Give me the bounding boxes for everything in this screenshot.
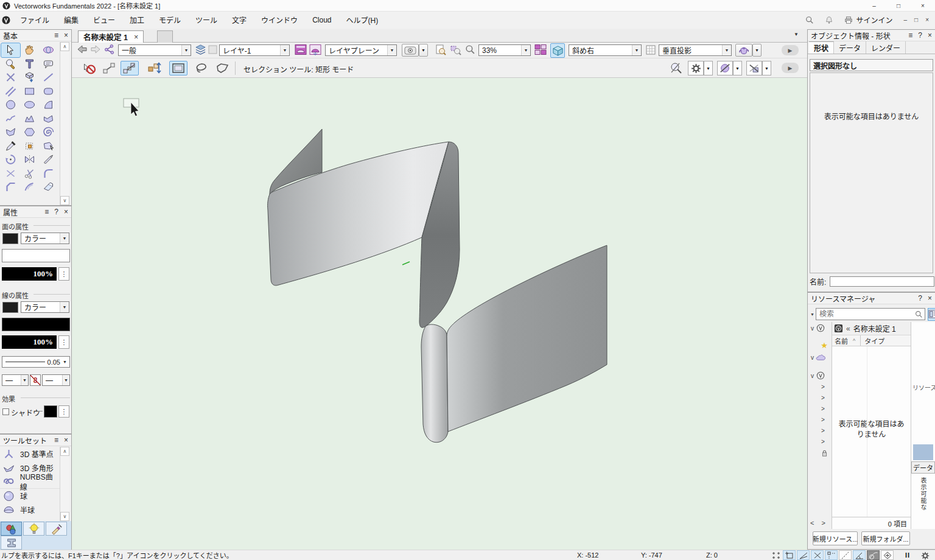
eraser-tool[interactable] [39,180,58,194]
working-plane-tool[interactable] [20,71,39,85]
marker-end-select[interactable]: —▼ [42,374,70,386]
create-saved-view-icon[interactable] [309,44,321,55]
3d-modeling-tab[interactable] [1,522,22,536]
document-tab[interactable]: 名称未設定 1 × [78,30,144,43]
line-opacity-bar[interactable]: 100% [2,335,57,349]
bell-icon[interactable] [825,16,833,24]
multiple-selection-icon[interactable] [121,61,139,75]
split-tool[interactable] [20,167,39,181]
breadcrumb-back-icon[interactable]: « [846,324,850,333]
tree-expanders[interactable]: > > > > > > [809,382,832,447]
tool-3d-locus[interactable]: 3D 基準点 [0,447,60,461]
tab-close-icon[interactable]: × [134,33,138,41]
tree-libraries[interactable]: v [809,369,832,382]
palette-menu-icon[interactable]: ≡ [54,32,58,39]
tab-render[interactable]: レンダー [866,41,906,54]
shadow-menu-icon[interactable]: ⋮ [58,405,69,418]
fillet-tool[interactable] [39,167,58,181]
settings-gear-icon[interactable] [688,61,704,75]
nav-left-icon[interactable]: < [810,519,814,527]
scroll-down-icon[interactable]: ∨ [60,196,69,205]
name-input[interactable] [830,276,934,287]
zoom-level-select[interactable]: 33%▼ [478,44,531,56]
double-line-tool[interactable] [1,85,20,99]
snap-loupe-icon[interactable] [667,61,685,75]
plane-override-dropdown-icon[interactable]: ▼ [762,61,771,75]
angle-bisector-snap-icon[interactable] [853,550,866,560]
prior-selection-icon[interactable] [101,61,118,75]
face-color-select[interactable]: カラー▼ [21,233,69,244]
expand-icon[interactable]: > [821,404,832,415]
render-override-dropdown-icon[interactable]: ▼ [733,61,742,75]
scroll-up-icon[interactable]: ∧ [60,42,69,51]
angle-snap-icon[interactable] [797,550,810,560]
pan-tool[interactable] [20,43,39,57]
attributes-titlebar[interactable]: 属性 ≡ ? × [0,206,71,218]
saved-view-icon[interactable] [295,44,307,55]
object-snap-icon[interactable] [783,550,796,560]
polyline-tool[interactable] [20,112,39,126]
new-resource-button[interactable]: 新規リソース... [813,531,858,545]
knife-tool[interactable] [39,153,58,167]
layer-select[interactable]: レイヤ-1▼ [219,44,290,56]
building-shell-tab[interactable] [1,536,22,550]
tree-favorites[interactable]: ★ [809,339,832,351]
search-icon[interactable] [805,16,814,24]
disable-interactive-icon[interactable] [80,61,97,75]
eye-view-icon[interactable] [402,44,419,57]
palette-close-icon[interactable]: × [64,436,68,444]
palette-menu-icon[interactable]: ≡ [44,208,49,215]
resource-manager-titlebar[interactable]: リソースマネージャ ? × [808,293,935,304]
menu-tools[interactable]: ツール [188,12,225,28]
column-type[interactable]: タイプ [860,335,884,346]
marker-disabled-icon[interactable]: 8 [30,374,41,386]
line-color-preview[interactable] [2,318,70,331]
expand-icon[interactable]: > [821,436,832,447]
plane-override-icon[interactable] [746,61,762,75]
eye-view-dropdown-icon[interactable]: ▼ [419,44,428,57]
eyedropper-tool[interactable] [1,139,20,153]
expand-icon[interactable]: > [821,415,832,425]
search-options-dropdown-icon[interactable]: ▼ [810,312,814,317]
offset-tool[interactable] [20,180,39,194]
toolset-titlebar[interactable]: ツールセット ≡ × [0,435,71,446]
projection-select[interactable]: 垂直投影▼ [659,44,732,56]
toolset-scrollbar[interactable]: ∧ ∨ [60,447,69,521]
quadrant-snap-icon[interactable] [881,550,894,560]
circle-tool[interactable] [1,98,20,112]
zoom-tool[interactable] [1,57,20,71]
view-mode-button[interactable] [928,308,935,321]
maximize-button[interactable]: □ [886,0,911,12]
doc-restore-button[interactable]: □ [914,16,918,23]
fit-to-page-zoom-icon[interactable] [435,44,447,56]
basic-palette-scrollbar[interactable]: ∧ ∨ [60,42,69,205]
layers-stack-icon[interactable] [195,44,206,55]
scroll-up-icon[interactable]: ∧ [60,447,69,456]
callout-tool[interactable] [39,57,58,71]
polygon-marquee-icon[interactable] [213,61,231,75]
back-arrow-icon[interactable] [77,44,88,54]
tree-nav[interactable]: < > [810,519,825,527]
doc-close-button[interactable]: × [925,16,929,23]
expand-icon[interactable]: > [821,425,832,436]
palette-close-icon[interactable]: × [64,208,68,215]
marquee-zoom-icon[interactable] [450,44,462,56]
panel-help-icon[interactable]: ? [918,295,922,302]
shadow-color-swatch[interactable] [44,405,57,418]
smart-edge-snap-icon[interactable] [839,550,852,560]
grid-snap-icon[interactable] [769,550,782,560]
reference-link-icon[interactable] [104,44,116,55]
arc-tool[interactable] [39,98,58,112]
text-tool[interactable] [20,57,39,71]
palette-help-icon[interactable]: ? [54,208,58,215]
render-teapot-icon[interactable] [735,44,752,57]
line-color-select[interactable]: カラー▼ [21,301,69,313]
mirror-tool[interactable] [20,153,39,167]
render-override-icon[interactable] [717,61,733,75]
settings-gear-icon[interactable] [921,551,930,560]
expand-icon[interactable]: > [821,382,832,393]
ellipse-tool[interactable] [20,98,39,112]
new-folder-button[interactable]: 新規フォルダ... [861,531,910,545]
panel-close-icon[interactable]: × [928,32,932,39]
menu-view[interactable]: ビュー [86,12,122,28]
